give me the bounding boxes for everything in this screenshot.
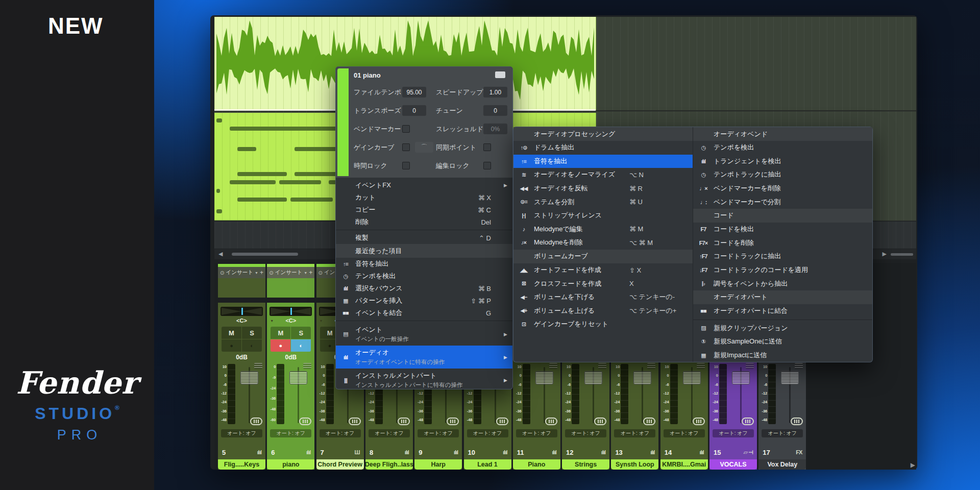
menu-item[interactable]: ılıl選択をバウンス⌘ B: [336, 282, 512, 295]
channel-name-label[interactable]: Chord Preview: [316, 459, 364, 470]
monitor-button[interactable]: ◐: [291, 339, 311, 352]
menu-item[interactable]: ①新規SampleOneに送信: [693, 335, 872, 349]
channel-options-icon[interactable]: [254, 363, 262, 369]
channel-options-icon[interactable]: [303, 363, 311, 369]
mixer-channel[interactable]: ⊙インサート▼+<C>MS●◐0dB100-6-12-24-36-48オート: …: [218, 264, 265, 470]
menu-item[interactable]: ⊙≡ステムを分割⌘ U: [513, 195, 693, 209]
menu-item[interactable]: 削除Del: [336, 216, 512, 228]
menu-item[interactable]: コピー⌘ C: [336, 204, 512, 216]
menu-item[interactable]: ↑≡音符を抽出: [336, 258, 512, 270]
channel-name-label[interactable]: Flig.....Keys: [218, 459, 265, 470]
channel-name-label[interactable]: Strings: [562, 459, 609, 470]
menu-item[interactable]: ■■オーディオパートに結合: [693, 304, 872, 318]
channel-name-label[interactable]: Piano: [513, 459, 560, 470]
insert-power-icon[interactable]: ⊙: [220, 270, 224, 276]
automation-mode-button[interactable]: オート: オフ: [664, 429, 705, 437]
menu-item[interactable]: ≋オーディオをノーマライズ⌥ N: [513, 168, 693, 182]
menu-item[interactable]: |♭調号をイベントから抽出: [693, 277, 872, 290]
time-lock-checkbox[interactable]: [402, 162, 410, 169]
scroll-left-arrow-icon[interactable]: ◀: [218, 251, 223, 257]
channel-options-icon[interactable]: [549, 363, 557, 369]
file-tempo-value[interactable]: 95.00: [402, 87, 426, 97]
menu-item[interactable]: ılılトランジェントを検出: [693, 155, 872, 168]
info-toggle-switch[interactable]: [495, 71, 505, 78]
record-arm-button[interactable]: ●: [222, 339, 241, 352]
channel-name-label[interactable]: Harp: [414, 459, 462, 470]
menu-item[interactable]: ◷テンポを検出: [693, 141, 872, 155]
menu-item[interactable]: ♩:ベンドマーカーで分割: [693, 195, 872, 209]
automation-mode-button[interactable]: オート: オフ: [516, 429, 557, 437]
menu-item[interactable]: |||インストゥルメントパートインストゥルメントパートに特有の操作▶: [336, 369, 512, 389]
insert-slot-area[interactable]: [218, 278, 265, 298]
automation-mode-button[interactable]: オート: オフ: [418, 429, 459, 437]
automation-mode-button[interactable]: オート: オフ: [369, 429, 410, 437]
automation-mode-button[interactable]: オート: オフ: [614, 429, 655, 437]
menu-item[interactable]: ◀−ボリュームを下げる⌥ テンキーの-: [513, 290, 693, 304]
scrollbar-thumb[interactable]: [232, 253, 298, 256]
channel-options-icon[interactable]: [647, 363, 655, 369]
insert-power-icon[interactable]: ⊙: [269, 270, 273, 276]
automation-mode-button[interactable]: オート: オフ: [320, 429, 361, 437]
menu-item[interactable]: ▤イベントイベントの一般操作▶: [336, 323, 512, 346]
menu-item[interactable]: ▨新規クリップバージョン: [693, 322, 872, 335]
channel-name-label[interactable]: Deep Fligh..lass: [365, 459, 413, 470]
channel-name-label[interactable]: KMRBI....Gmai: [660, 459, 708, 470]
menu-item[interactable]: |·|ストリップサイレンス: [513, 209, 693, 223]
menu-item[interactable]: カット⌘ X: [336, 191, 512, 204]
menu-item[interactable]: ◀+ボリュームを上げる⌥ テンキーの+: [513, 304, 693, 318]
channel-name-label[interactable]: VOCALS: [709, 459, 757, 470]
channel-options-icon[interactable]: [746, 363, 754, 369]
edit-lock-checkbox[interactable]: [483, 162, 491, 169]
menu-item[interactable]: ↑F7コードトラックに抽出: [693, 250, 872, 263]
fader-handle[interactable]: [732, 371, 750, 384]
channel-name-label[interactable]: Vox Delay: [758, 459, 806, 470]
automation-mode-button[interactable]: オート: オフ: [762, 429, 803, 437]
window-resize-arrow-icon[interactable]: ▶: [911, 461, 915, 469]
menu-item[interactable]: ↑⊙ドラムを抽出: [513, 141, 693, 155]
solo-button[interactable]: S: [291, 327, 311, 339]
menu-item[interactable]: F7×コードを削除: [693, 236, 872, 250]
transpose-value[interactable]: 0: [402, 105, 426, 116]
fader-handle[interactable]: [584, 371, 602, 384]
tune-value[interactable]: 0: [483, 105, 507, 116]
menu-item[interactable]: ⊡ゲインカーブをリセット: [513, 317, 693, 331]
solo-button[interactable]: S: [242, 327, 262, 339]
insert-power-icon[interactable]: ⊙: [318, 270, 323, 276]
mute-button[interactable]: M: [271, 327, 290, 339]
channel-options-icon[interactable]: [697, 363, 705, 369]
menu-item[interactable]: ◷テンポトラックに抽出: [693, 168, 872, 182]
fader-handle[interactable]: [289, 371, 307, 384]
menu-item[interactable]: ♪×Melodyneを削除⌥ ⌘ M: [513, 236, 693, 250]
menu-item[interactable]: ■■イベントを結合G: [336, 307, 512, 319]
menu-item[interactable]: ♩×ベンドマーカーを削除: [693, 182, 872, 195]
menu-item[interactable]: ↓F7コードトラックのコードを適用: [693, 263, 872, 277]
menu-item[interactable]: ▦パターンを挿入⇧ ⌘ P: [336, 295, 512, 307]
monitor-button[interactable]: ◐: [242, 339, 262, 352]
fader-handle[interactable]: [240, 371, 258, 384]
menu-item[interactable]: イベントFX▶: [336, 179, 512, 191]
menu-item[interactable]: ılılオーディオオーディオイベントに特有の操作▶: [336, 346, 512, 369]
menu-item[interactable]: ▦新規Impactに送信: [693, 349, 872, 362]
automation-mode-button[interactable]: オート: オフ: [565, 429, 606, 437]
menu-item[interactable]: ◀◀オーディオを反転⌘ R: [513, 182, 693, 195]
menu-item[interactable]: ⊠クロスフェードを作成X: [513, 277, 693, 290]
menu-item[interactable]: F7コードを検出: [693, 223, 872, 236]
automation-mode-button[interactable]: オート: オフ: [713, 429, 754, 437]
automation-mode-button[interactable]: オート: オフ: [467, 429, 508, 437]
automation-mode-button[interactable]: オート: オフ: [270, 429, 311, 437]
channel-name-label[interactable]: Synsth Loop: [611, 459, 658, 470]
channel-options-icon[interactable]: [795, 363, 803, 369]
zoom-slider[interactable]: [891, 253, 913, 256]
gain-curve-icon[interactable]: ⌒: [415, 142, 433, 153]
scroll-right-arrow-icon[interactable]: ▶: [883, 251, 887, 257]
speedup-value[interactable]: 1.00: [483, 87, 507, 97]
insert-slot-area[interactable]: [267, 278, 314, 298]
menu-item[interactable]: ◷テンポを検出: [336, 270, 512, 282]
insert-add-icon[interactable]: +: [309, 269, 312, 276]
menu-item[interactable]: 複製⌃ D: [336, 232, 512, 244]
fader-handle[interactable]: [781, 371, 799, 384]
menu-item[interactable]: ↑≡音符を抽出: [513, 155, 693, 168]
fader-handle[interactable]: [633, 371, 651, 384]
mixer-channel[interactable]: ⊙インサート▼+▼<C>MS●◐0dB0-9-24-36-48-60オート: オ…: [267, 264, 314, 470]
insert-dropdown-icon[interactable]: ▼: [255, 271, 258, 275]
